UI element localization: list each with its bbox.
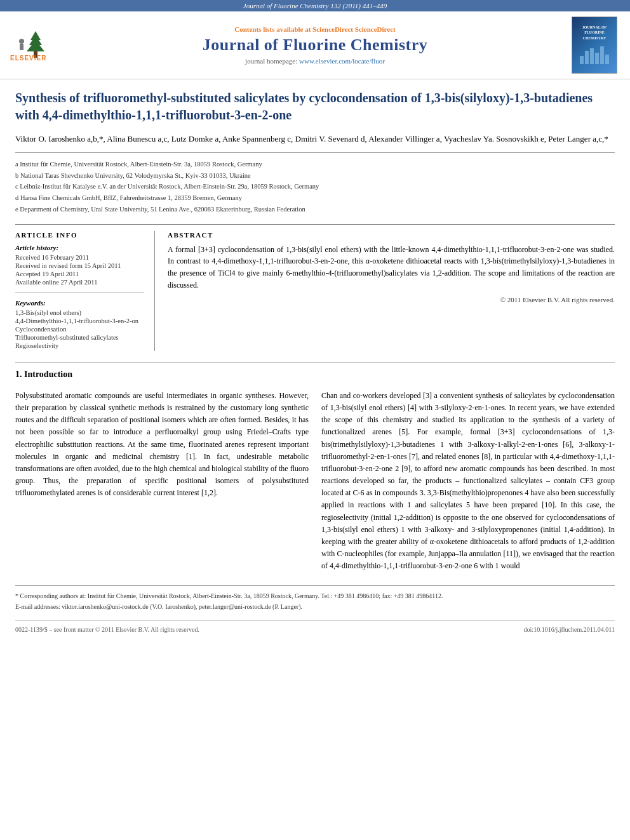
divider-after-authors bbox=[15, 152, 615, 153]
email-note: E-mail addresses: viktor.iaroshenko@uni-… bbox=[15, 602, 615, 611]
affiliation-e: e Department of Chemistry, Ural State Un… bbox=[15, 204, 615, 215]
svg-rect-6 bbox=[20, 44, 23, 50]
svg-rect-12 bbox=[600, 46, 604, 64]
svg-rect-13 bbox=[605, 55, 609, 64]
svg-rect-9 bbox=[585, 51, 589, 64]
article-info-column: ARTICLE INFO Article history: Received 1… bbox=[15, 231, 155, 351]
svg-point-5 bbox=[19, 39, 24, 44]
intro-col-right: Chan and co-workers developed [3] a conv… bbox=[321, 390, 615, 577]
intro-text-left: Polysubstituted aromatic compounds are u… bbox=[15, 390, 309, 500]
svg-rect-8 bbox=[580, 56, 584, 64]
homepage-url[interactable]: www.elsevier.com/locate/fluor bbox=[299, 57, 385, 65]
cover-line-1: JOURNAL OF bbox=[582, 25, 607, 30]
footnotes-section: * Corresponding authors at: Institut für… bbox=[15, 585, 615, 611]
abstract-column: ABSTRACT A formal [3+3] cyclocondensatio… bbox=[168, 231, 615, 351]
body-content: 1. Introduction Polysubstituted aromatic… bbox=[15, 363, 615, 577]
copyright-notice: © 2011 Elsevier B.V. All rights reserved… bbox=[168, 296, 615, 303]
article-title: Synthesis of trifluoromethyl-substituted… bbox=[15, 90, 615, 124]
affiliation-b: b National Taras Shevchenko University, … bbox=[15, 171, 615, 182]
keywords-list: 1,3-Bis(silyl enol ethers) 4,4-Dimethylt… bbox=[15, 309, 144, 349]
history-online: Available online 27 April 2011 bbox=[15, 279, 144, 286]
abstract-heading: ABSTRACT bbox=[168, 231, 615, 239]
email-2: peter.langer@uni-rostock.de (P. Langer). bbox=[199, 603, 302, 610]
corresponding-note: * Corresponding authors at: Institut für… bbox=[15, 591, 615, 601]
introduction-two-col: Polysubstituted aromatic compounds are u… bbox=[15, 390, 615, 577]
keyword-1: 1,3-Bis(silyl enol ethers) bbox=[15, 309, 144, 316]
divider-before-intro bbox=[15, 363, 615, 363]
doi-line: doi:10.1016/j.jfluchem.2011.04.011 bbox=[524, 626, 615, 633]
email-1: viktor.iaroshenko@uni-rostock.de (V.O. I… bbox=[62, 603, 197, 610]
affiliation-a: a Institut für Chemie, Universität Rosto… bbox=[15, 159, 615, 170]
history-received: Received 16 February 2011 bbox=[15, 254, 144, 261]
cover-line-3: CHEMISTRY bbox=[582, 36, 607, 41]
keywords-label: Keywords: bbox=[15, 299, 144, 307]
keyword-2: 4,4-Dimethylthio-1,1,1-trifluorobut-3-en… bbox=[15, 317, 144, 324]
history-revised: Received in revised form 15 April 2011 bbox=[15, 262, 144, 269]
journal-header: ELSEVIER Contents lists available at Sci… bbox=[0, 11, 630, 79]
intro-left-paragraph: Polysubstituted aromatic compounds are u… bbox=[15, 390, 309, 500]
article-info-abstract-section: ARTICLE INFO Article history: Received 1… bbox=[15, 231, 615, 351]
email-label: E-mail addresses: bbox=[15, 603, 60, 610]
abstract-text: A formal [3+3] cyclocondensation of 1,3-… bbox=[168, 244, 615, 291]
journal-cover-area: JOURNAL OF FLUORINE CHEMISTRY bbox=[569, 17, 620, 74]
journal-citation: Journal of Fluorine Chemistry 132 (2011)… bbox=[243, 2, 387, 10]
divider-after-affiliations bbox=[15, 224, 615, 225]
sciencedirect-line: Contents lists available at ScienceDirec… bbox=[69, 25, 561, 33]
affiliations: a Institut für Chemie, Universität Rosto… bbox=[15, 159, 615, 215]
page: Journal of Fluorine Chemistry 132 (2011)… bbox=[0, 0, 630, 840]
svg-rect-11 bbox=[595, 53, 599, 64]
page-bottom: 0022-1139/$ – see front matter © 2011 El… bbox=[15, 620, 615, 633]
journal-homepage: journal homepage: www.elsevier.com/locat… bbox=[69, 57, 561, 65]
intro-text-right: Chan and co-workers developed [3] a conv… bbox=[321, 390, 615, 573]
affiliation-c: c Leibniz-Institut für Katalyse e.V. an … bbox=[15, 182, 615, 192]
article-history-label: Article history: bbox=[15, 244, 144, 251]
authors-line: Viktor O. Iaroshenko a,b,*, Alina Bunesc… bbox=[15, 133, 615, 146]
intro-right-paragraph: Chan and co-workers developed [3] a conv… bbox=[321, 390, 615, 573]
contents-available-text: Contents lists available at ScienceDirec… bbox=[234, 25, 353, 33]
journal-header-center: Contents lists available at ScienceDirec… bbox=[69, 25, 561, 65]
issn-line: 0022-1139/$ – see front matter © 2011 El… bbox=[15, 626, 199, 633]
journal-cover: JOURNAL OF FLUORINE CHEMISTRY bbox=[572, 17, 617, 74]
history-accepted: Accepted 19 April 2011 bbox=[15, 270, 144, 277]
elsevier-logo: ELSEVIER bbox=[10, 29, 61, 62]
sciencedirect-brand: ScienceDirect bbox=[355, 25, 396, 33]
main-content: Synthesis of trifluoromethyl-substituted… bbox=[0, 79, 630, 643]
introduction-title: 1. Introduction bbox=[15, 370, 615, 380]
keyword-5: Regioselectivity bbox=[15, 342, 144, 349]
svg-rect-10 bbox=[590, 48, 594, 64]
article-info-heading: ARTICLE INFO bbox=[15, 231, 144, 239]
affiliation-d: d Hansa Fine Chemicals GmbH, BfIZ, Fahre… bbox=[15, 193, 615, 204]
homepage-label: journal homepage: bbox=[245, 57, 297, 65]
keyword-3: Cyclocondensation bbox=[15, 326, 144, 333]
elsevier-logo-area: ELSEVIER bbox=[10, 29, 61, 62]
keyword-4: Trifluoromethyl-substituted salicylates bbox=[15, 334, 144, 341]
abstract-paragraph: A formal [3+3] cyclocondensation of 1,3-… bbox=[168, 244, 615, 291]
cover-line-2: FLUORINE bbox=[582, 30, 607, 35]
svg-text:ELSEVIER: ELSEVIER bbox=[10, 55, 46, 62]
intro-col-left: Polysubstituted aromatic compounds are u… bbox=[15, 390, 309, 577]
authors-text: Viktor O. Iaroshenko a,b,*, Alina Bunesc… bbox=[15, 134, 608, 143]
journal-title: Journal of Fluorine Chemistry bbox=[69, 36, 561, 55]
journal-citation-bar: Journal of Fluorine Chemistry 132 (2011)… bbox=[0, 0, 630, 11]
divider-keywords bbox=[15, 292, 144, 293]
